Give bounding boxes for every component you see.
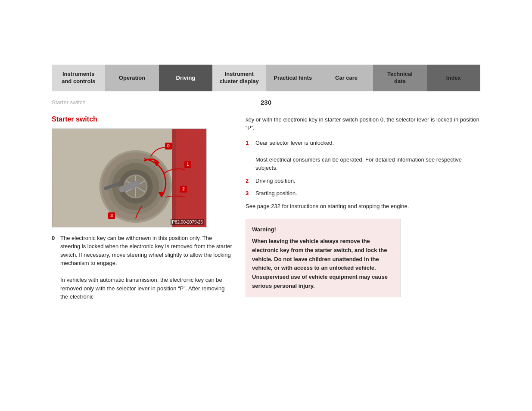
- breadcrumb: Starter switch: [52, 99, 86, 106]
- tab-instrument-cluster[interactable]: Instrument cluster display: [212, 65, 266, 91]
- item-3-title: Starting position.: [255, 189, 297, 198]
- image-marker-1: 1: [184, 161, 191, 168]
- right-intro-text: key or with the electronic key in starte…: [246, 115, 480, 132]
- starter-switch-image: 0 1 2 3 P82.00-2079-26: [52, 128, 207, 227]
- warning-text: When leaving the vehicle always remove t…: [252, 237, 394, 291]
- main-content: Starter switch: [52, 115, 480, 306]
- item-1-title: Gear selector lever is unlocked.: [255, 139, 480, 147]
- section-title: Starter switch: [52, 115, 233, 123]
- page-number: 230: [261, 99, 271, 106]
- warning-box: Warning! When leaving the vehicle always…: [246, 219, 401, 297]
- desc-block-0: 0 The electronic key can be withdrawn in…: [52, 234, 233, 301]
- desc-number-0: 0: [52, 234, 57, 301]
- page-reference: See page 232 for instructions on startin…: [246, 202, 480, 211]
- item-2-title: Driving position.: [255, 177, 296, 185]
- left-column: Starter switch: [52, 115, 233, 306]
- right-column: key or with the electronic key in starte…: [246, 115, 480, 306]
- navigation-tabs: Instruments and controls Operation Drivi…: [52, 65, 480, 91]
- tab-car-care[interactable]: Car care: [320, 65, 373, 91]
- tab-driving[interactable]: Driving: [159, 65, 212, 91]
- item-number-2: 2: [246, 177, 252, 185]
- page-content: Starter switch 230 Starter switch: [52, 91, 480, 306]
- item-number-3: 3: [246, 189, 252, 198]
- image-reference-label: P82.00-2079-26: [171, 219, 204, 225]
- image-marker-2: 2: [180, 186, 187, 193]
- tab-operation[interactable]: Operation: [105, 65, 159, 91]
- tab-practical-hints[interactable]: Practical hints: [266, 65, 320, 91]
- svg-rect-1: [172, 129, 206, 227]
- image-marker-3: 3: [108, 212, 115, 219]
- numbered-item-1: 1 Gear selector lever is unlocked. Most …: [246, 139, 480, 172]
- item-number-1: 1: [246, 139, 252, 172]
- tab-index[interactable]: Index: [427, 65, 480, 91]
- desc-text-0: The electronic key can be withdrawn in t…: [60, 234, 233, 301]
- numbered-item-3: 3 Starting position.: [246, 189, 480, 198]
- image-marker-0: 0: [165, 143, 172, 149]
- page-header: Starter switch 230: [52, 96, 480, 109]
- tab-technical-data[interactable]: Technical data: [373, 65, 426, 91]
- warning-title: Warning!: [252, 225, 394, 234]
- image-arrows-overlay: [52, 129, 206, 227]
- numbered-item-2: 2 Driving position.: [246, 177, 480, 185]
- item-1-detail: Most electrical consumers can be operate…: [255, 156, 480, 172]
- tab-instruments-and-controls[interactable]: Instruments and controls: [52, 65, 105, 91]
